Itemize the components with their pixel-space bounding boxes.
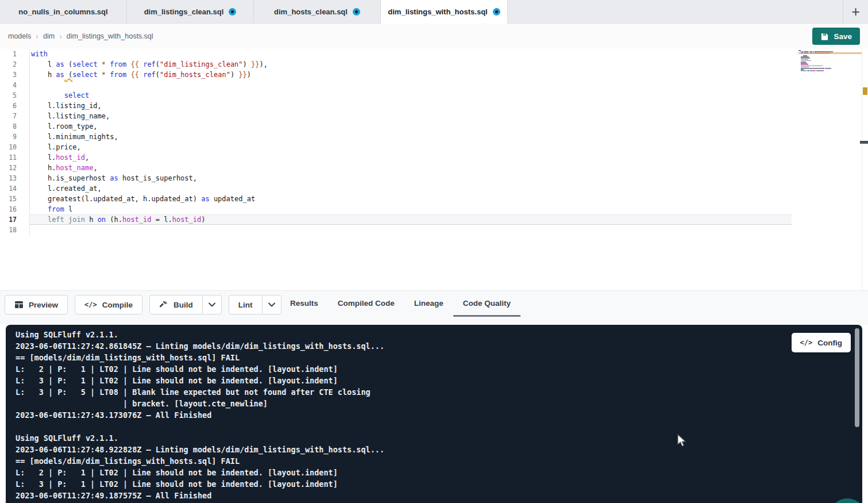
line-number: 16: [0, 204, 30, 214]
line-number: 12: [0, 163, 30, 173]
build-label: Build: [173, 301, 193, 309]
code-line[interactable]: 1with: [0, 49, 792, 59]
panel-tab-lineage[interactable]: Lineage: [404, 291, 453, 317]
tab-label: no_nulls_in_columns.sql: [18, 7, 107, 16]
chevron-down-icon: [268, 302, 275, 307]
line-number: 15: [0, 194, 30, 204]
terminal-line: == [models/dim/dim_listings_with_hosts.s…: [16, 352, 384, 363]
code-line[interactable]: 6 l.listing_id,: [0, 101, 792, 111]
save-label: Save: [834, 32, 852, 41]
mouse-cursor: [677, 434, 687, 450]
code-line[interactable]: 12 h.host_name,: [0, 163, 792, 173]
panel-tab-compiled-code[interactable]: Compiled Code: [328, 291, 404, 317]
panel-tab-code-quality[interactable]: Code Quality: [453, 291, 520, 317]
minimap-line: [798, 71, 840, 72]
code-text: l.listing_id,: [30, 101, 792, 111]
build-button[interactable]: Build: [150, 295, 203, 314]
editor-file-tab[interactable]: dim_hosts_clean.sql: [254, 0, 381, 24]
tab-label: dim_hosts_clean.sql: [274, 7, 348, 16]
code-text: h as (select * from {{ ref("dim_hosts_cl…: [30, 70, 792, 80]
code-text: left join h on (h.host_id = l.host_id): [30, 214, 792, 225]
code-text: l.created_at,: [30, 183, 792, 194]
ruler-cursor-mark: [860, 141, 868, 144]
code-text: l.price,: [30, 142, 792, 152]
code-line[interactable]: 2 l as (select * from {{ ref("dim_listin…: [0, 59, 792, 70]
tab-bar-filler: [508, 0, 843, 24]
code-line[interactable]: 3 h as (select * from {{ ref("dim_hosts_…: [0, 70, 792, 80]
line-number: 8: [0, 121, 30, 132]
code-text: l as (select * from {{ ref("dim_listings…: [30, 59, 792, 70]
breadcrumb-item: dim_listings_with_hosts.sql: [67, 32, 153, 40]
code-line[interactable]: 15 greatest(l.updated_at, h.updated_at) …: [0, 194, 792, 204]
breadcrumb-bar: models›dim›dim_listings_with_hosts.sql S…: [0, 24, 868, 49]
build-dropdown-button[interactable]: [203, 295, 221, 314]
compile-button[interactable]: </> Compile: [75, 295, 142, 314]
line-number: 4: [0, 80, 30, 90]
panel-tab-results[interactable]: Results: [280, 291, 328, 317]
terminal-line: | bracket. [layout.cte_newline]: [16, 398, 384, 409]
code-line[interactable]: 17 left join h on (h.host_id = l.host_id…: [0, 214, 792, 225]
code-text: l.minimum_nights,: [30, 132, 792, 142]
config-button[interactable]: </> Config: [792, 333, 851, 352]
toolbar-buttons: Preview </> Compile Build: [5, 295, 281, 314]
editor-file-tab[interactable]: dim_listings_with_hosts.sql: [381, 0, 508, 24]
code-text: l.host_id,: [30, 152, 792, 163]
code-line[interactable]: 18: [0, 225, 792, 235]
code-line[interactable]: 4: [0, 80, 792, 90]
code-line[interactable]: 10 l.price,: [0, 142, 792, 152]
line-number: 13: [0, 173, 30, 183]
code-text: h.is_superhost as host_is_superhost,: [30, 173, 792, 183]
unsaved-changes-icon: [229, 8, 236, 16]
save-button[interactable]: Save: [812, 28, 860, 45]
table-icon: [14, 300, 24, 309]
chevron-down-icon: [209, 302, 215, 307]
code-line[interactable]: 8 l.room_type,: [0, 121, 792, 132]
code-line[interactable]: 5 select: [0, 90, 792, 101]
plus-icon: +: [851, 3, 860, 20]
code-text: [30, 225, 792, 235]
terminal-line: Using SQLFluff v2.1.1.: [16, 432, 384, 444]
line-number: 7: [0, 111, 30, 121]
dot-center: [495, 10, 498, 13]
line-number: 5: [0, 90, 30, 101]
new-tab-button[interactable]: +: [843, 0, 868, 24]
line-number: 6: [0, 101, 30, 111]
code-text: greatest(l.updated_at, h.updated_at) as …: [30, 194, 792, 204]
editor-file-tab[interactable]: no_nulls_in_columns.sql: [0, 0, 127, 24]
code-line[interactable]: 7 l.listing_name,: [0, 111, 792, 121]
lint-dropdown-button[interactable]: [263, 295, 281, 314]
line-number: 11: [0, 152, 30, 163]
preview-button[interactable]: Preview: [5, 295, 68, 314]
terminal-line: Using SQLFluff v2.1.1.: [16, 329, 384, 340]
code-line[interactable]: 16 from l: [0, 204, 792, 214]
tab-list: no_nulls_in_columns.sqldim_listings_clea…: [0, 0, 508, 24]
terminal-scrollbar[interactable]: [855, 328, 859, 427]
code-text: l.listing_name,: [30, 111, 792, 121]
unsaved-changes-icon: [493, 8, 500, 16]
help-button[interactable]: [829, 498, 862, 503]
overview-ruler-divider: [862, 49, 862, 290]
line-number: 14: [0, 183, 30, 194]
terminal-panel: Using SQLFluff v2.1.1.2023-06-06T11:27:4…: [6, 325, 862, 503]
code-text: from l: [30, 204, 792, 214]
minimap[interactable]: [798, 50, 840, 72]
terminal-line: 2023-06-06T11:27:43.173076Z — All Finish…: [16, 409, 384, 421]
line-number: 2: [0, 59, 30, 70]
code-line[interactable]: 13 h.is_superhost as host_is_superhost,: [0, 173, 792, 183]
code-line[interactable]: 9 l.minimum_nights,: [0, 132, 792, 142]
chevron-right-icon: ›: [36, 32, 38, 40]
breadcrumb: models›dim›dim_listings_with_hosts.sql: [8, 32, 153, 40]
code-line[interactable]: 14 l.created_at,: [0, 183, 792, 194]
code-line[interactable]: 11 l.host_id,: [0, 152, 792, 163]
code-text: h.host_name,: [30, 163, 792, 173]
terminal-line: 2023-06-06T11:27:48.922828Z — Linting mo…: [16, 444, 384, 455]
terminal-line: L: 2 | P: 1 | LT02 | Line should not be …: [16, 363, 384, 375]
breadcrumb-item: models: [8, 32, 31, 40]
line-number: 10: [0, 142, 30, 152]
code-icon: </>: [84, 301, 97, 309]
editor-file-tab[interactable]: dim_listings_clean.sql: [127, 0, 254, 24]
lint-button[interactable]: Lint: [229, 295, 263, 314]
terminal-line: == [models/dim/dim_listings_with_hosts.s…: [16, 455, 384, 467]
code-editor[interactable]: 1with2 l as (select * from {{ ref("dim_l…: [0, 49, 868, 290]
dot-center: [355, 10, 358, 13]
